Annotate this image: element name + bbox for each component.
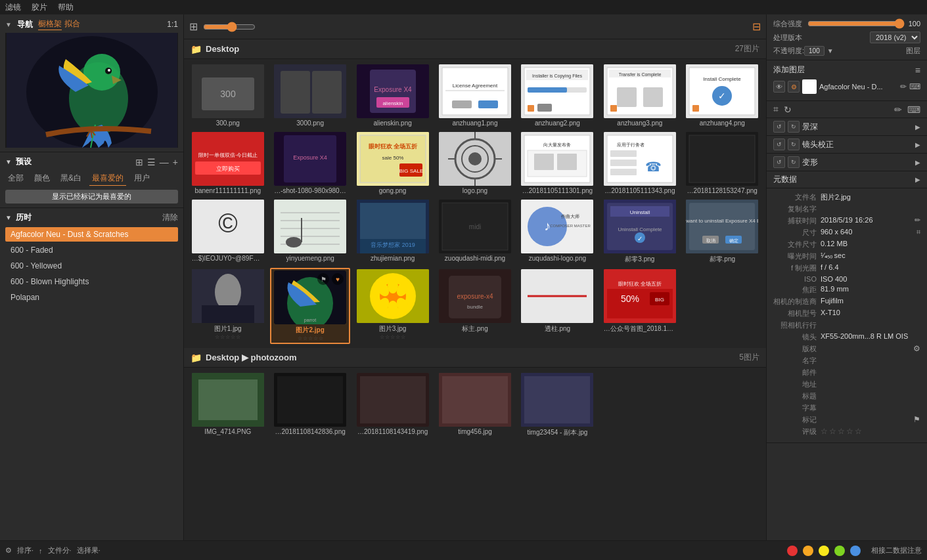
thumb-item-shot[interactable]: Exposure X4 …-shot-1080-980x980.jpg xyxy=(270,131,350,196)
color-swatch-blue[interactable] xyxy=(850,546,861,556)
nav-collapse-arrow[interactable]: ▼ xyxy=(5,21,12,28)
presets-grid-icon[interactable]: ⊞ xyxy=(135,157,143,167)
thumb-item-haozero3[interactable]: UninstallUninstall Complete✓ 郝零3.png xyxy=(600,198,679,265)
thumb-item-20181105111343[interactable]: 应用于行务者☎ …20181105111343.png xyxy=(600,131,679,196)
adj-expand-lens[interactable]: ▶ xyxy=(915,141,920,148)
presets-plus-btn[interactable]: + xyxy=(173,157,178,167)
presets-minus-btn[interactable]: — xyxy=(160,157,169,167)
preset-tab-user[interactable]: 用户 xyxy=(131,171,152,186)
presets-collapse-arrow[interactable]: ▼ xyxy=(5,158,12,165)
thumb-item-anzhuang1[interactable]: License Agreement anzhuang1.png xyxy=(435,63,514,128)
thumb-item-300[interactable]: 300 300.png xyxy=(188,63,267,128)
transform-icon[interactable]: ↻ xyxy=(784,104,792,115)
meta-edit-capture[interactable]: ✏ xyxy=(915,216,920,225)
thumb-item-anzhuang4[interactable]: Install Complete✓ anzhuang4.png xyxy=(683,63,762,128)
thumbnail-size-slider[interactable] xyxy=(203,22,256,32)
color-swatch-green[interactable] xyxy=(834,546,845,556)
bottom-sort-label[interactable]: 排序· xyxy=(17,546,34,555)
thumb-item-anzhuang3[interactable]: Transfer is Complete anzhuang3.png xyxy=(600,63,679,128)
thumb-item-banenr[interactable]: 限时一单领双倍·今日截止立即购买 banenr111111111.png xyxy=(188,131,267,196)
thumb-item-gonggong[interactable]: 眼时狂欢 全场五折50%BIG …公众号首图_2018.11.png xyxy=(600,268,679,344)
adj-expand-depth[interactable]: ▶ xyxy=(915,123,920,131)
history-item-4[interactable]: Polapan xyxy=(5,290,178,305)
thumb-item-alienskin[interactable]: Exposure X4alienskin alienskin.png xyxy=(353,63,432,128)
history-item-2[interactable]: 600 - Yellowed xyxy=(5,259,178,273)
bottom-selection-label[interactable]: 选择果· xyxy=(77,546,101,555)
thumb-item-pic1[interactable]: 图片1.jpg ☆ ☆ ☆ ☆ ☆ xyxy=(188,268,267,344)
adj-reset-btn-depth[interactable]: ↺ xyxy=(773,121,785,133)
adj-refresh-btn-lens[interactable]: ↻ xyxy=(788,139,800,150)
preset-tab-favorites[interactable]: 最喜爱的 xyxy=(89,171,126,186)
more-icon[interactable]: ⌨ xyxy=(907,104,920,115)
nav-tab-fit[interactable]: 拟合 xyxy=(64,18,80,30)
adj-reset-btn-transform[interactable]: ↺ xyxy=(773,156,785,168)
thumb-item-zhujiemian[interactable]: 音乐梦想家 2019 zhujiemian.png xyxy=(353,198,432,265)
menu-help[interactable]: 帮助 xyxy=(58,2,74,13)
view-grid-large-icon[interactable]: ⊟ xyxy=(752,20,761,33)
meta-input-address[interactable] xyxy=(821,379,920,387)
intensity-slider[interactable] xyxy=(807,18,905,29)
layer-edit-icon[interactable]: ✏ xyxy=(900,82,907,91)
thumb-item-anzhuang2[interactable]: Installer is Copying Files anzhuang2.png xyxy=(518,63,597,128)
thumb-item-20181108142836[interactable]: …20181108142836.png xyxy=(270,372,350,439)
layer-type-btn[interactable]: ⚙ xyxy=(788,81,800,93)
layer-brush-icon[interactable]: ⌨ xyxy=(909,82,920,91)
meta-input-caption[interactable] xyxy=(821,403,920,411)
bottom-settings-icon[interactable]: ⚙ xyxy=(5,546,12,555)
crop-icon[interactable]: ⌗ xyxy=(773,104,779,115)
preset-tab-color[interactable]: 颜色 xyxy=(32,171,53,186)
history-item-0[interactable]: Agfacolor Neu - Dust & Scratches xyxy=(5,227,178,242)
thumb-item-haozero[interactable]: Do you want to uninstall Exposure X4 Bun… xyxy=(683,198,762,265)
thumb-item-timg456[interactable]: timg456.jpg xyxy=(435,372,514,439)
bottom-filecount-label[interactable]: 文件分· xyxy=(48,546,72,555)
version-select[interactable]: 2018 (v2) xyxy=(870,32,920,43)
layers-menu-icon[interactable]: ≡ xyxy=(915,65,920,75)
view-grid-small-icon[interactable]: ⊞ xyxy=(189,20,198,33)
meta-input-email[interactable] xyxy=(821,368,920,376)
preset-tab-bw[interactable]: 黑&白 xyxy=(58,171,84,186)
meta-edit-size[interactable]: ⌗ xyxy=(916,228,920,236)
meta-input-name[interactable] xyxy=(821,356,920,364)
history-clear-btn[interactable]: 清除 xyxy=(162,212,178,223)
thumb-item-zuqudashi-logo[interactable]: ♪作曲大师COMPOSER MASTER zuqudashi-logo.png xyxy=(518,198,597,265)
adj-expand-transform[interactable]: ▶ xyxy=(915,159,920,166)
thumb-item-pic2[interactable]: parrot ♥ ⚑ 图片2.jpg ☆ ☆ ☆ ☆ xyxy=(270,268,350,344)
color-swatch-yellow[interactable] xyxy=(819,546,829,556)
history-collapse-arrow[interactable]: ▼ xyxy=(5,214,12,221)
rating-star-2[interactable]: ☆ xyxy=(829,427,836,436)
menu-filter[interactable]: 滤镜 xyxy=(5,2,21,13)
layer-visibility-btn[interactable]: 👁 xyxy=(773,81,785,93)
adj-refresh-btn-depth[interactable]: ↻ xyxy=(788,121,800,133)
thumb-item-logo[interactable]: logo.png xyxy=(435,131,514,196)
adj-expand-metadata[interactable]: ▶ xyxy=(915,176,920,183)
thumb-item-timg23454[interactable]: timg23454 - 副本.jpg xyxy=(518,372,597,439)
thumb-item-zuoqudashi-midi[interactable]: midi zuoqudashi-midi.png xyxy=(435,198,514,265)
thumb-item-pic3[interactable]: 图片3.jpg ☆ ☆ ☆ ☆ ☆ xyxy=(353,268,432,344)
thumb-item-3000[interactable]: 3000.png xyxy=(270,63,350,128)
thumb-item-touzhu[interactable]: 透柱.png xyxy=(518,268,597,344)
adj-refresh-btn-transform[interactable]: ↻ xyxy=(788,156,800,168)
thumb-item-20181105111301[interactable]: 向大量发布务 …20181105111301.png xyxy=(518,131,597,196)
thumb-item-gong[interactable]: 眼时狂欢 全场五折sale 50%BIG SALE gong.png xyxy=(353,131,432,196)
opacity-dropdown-icon[interactable]: ▼ xyxy=(827,47,834,54)
meta-gear-copyright[interactable]: ⚙ xyxy=(913,344,920,353)
rating-star-4[interactable]: ☆ xyxy=(846,427,853,436)
edit-icon[interactable]: ✏ xyxy=(894,104,902,115)
rating-star-3[interactable]: ☆ xyxy=(838,427,845,436)
presets-list-icon[interactable]: ☰ xyxy=(147,157,156,167)
adj-reset-btn-lens[interactable]: ↺ xyxy=(773,139,785,150)
thumb-item-ieojuy0[interactable]: © …$)IEOJUY0~@89FG.png xyxy=(188,198,267,265)
rating-star-1[interactable]: ☆ xyxy=(821,427,828,436)
thumb-item-img4714[interactable]: IMG_4714.PNG xyxy=(188,372,267,439)
bottom-upload-icon[interactable]: ↑ xyxy=(39,547,43,555)
history-item-1[interactable]: 600 - Faded xyxy=(5,243,178,257)
history-item-3[interactable]: 600 - Blown Highlights xyxy=(5,274,178,289)
thumb-item-20181128153247[interactable]: …20181128153247.png xyxy=(683,131,762,196)
thumb-item-20181108143419[interactable]: …20181108143419.png xyxy=(353,372,432,439)
meta-input-title[interactable] xyxy=(821,391,920,399)
color-swatch-orange[interactable] xyxy=(803,546,813,556)
nav-tab-grid[interactable]: 橱格架 xyxy=(38,18,62,30)
thumb-item-biaozheng[interactable]: exposure-x4bundle 标主.png xyxy=(435,268,514,344)
color-swatch-red[interactable] xyxy=(787,546,798,556)
menu-film[interactable]: 胶片 xyxy=(32,2,47,13)
